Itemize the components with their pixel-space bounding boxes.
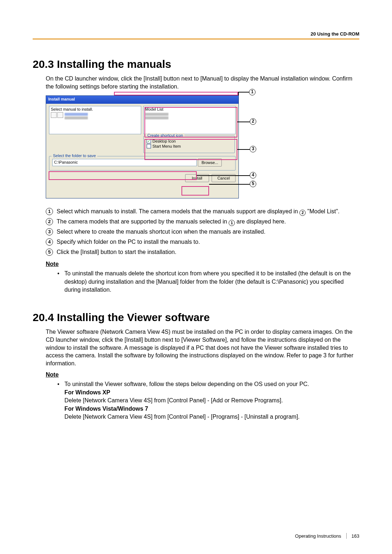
select-manual-label: Select manual to install. xyxy=(51,107,93,111)
note-text: To uninstall the manuals delete the shor… xyxy=(65,270,359,294)
manual-thumbnails xyxy=(51,112,63,118)
select-manual-panel[interactable]: Select manual to install. xyxy=(49,106,141,134)
section-20-3-intro: On the CD launcher window, click the [In… xyxy=(46,75,359,90)
numbered-steps: 1 Select which manuals to install. The c… xyxy=(46,207,359,257)
windows-xp-text: Delete [Network Camera View 4S] from [Co… xyxy=(65,397,283,403)
desktop-icon-label: Desktop Icon xyxy=(152,139,176,143)
windows-vista-text: Delete [Network Camera View 4S] from [Co… xyxy=(65,414,300,420)
windows-xp-heading: For Windows XP xyxy=(65,389,110,395)
note-heading: Note xyxy=(46,261,359,267)
bullet-dot: • xyxy=(57,270,60,294)
page-header-breadcrumb: 20 Using the CD-ROM xyxy=(311,31,359,37)
model-list-label: Model List xyxy=(145,107,163,111)
callout-label-2: 2 xyxy=(250,118,256,125)
header-divider xyxy=(33,38,359,40)
step-text: are displayed here. xyxy=(235,218,286,225)
step-number: 4 xyxy=(46,238,53,246)
callout-label-3: 3 xyxy=(250,146,256,152)
select-folder-group: Select the folder to save C:\Panasonic B… xyxy=(49,156,236,171)
section-20-3-title: 20.3 Installing the manuals xyxy=(33,58,359,70)
step-text: Select where to create the manuals short… xyxy=(57,227,265,236)
step-4: 4 Specify which folder on the PC to inst… xyxy=(46,238,359,246)
step-number: 2 xyxy=(46,218,53,225)
step-5: 5 Click the [Install] button to start th… xyxy=(46,248,359,257)
callout-label-1: 1 xyxy=(249,89,256,95)
start-menu-checkbox[interactable] xyxy=(147,144,151,148)
install-manual-window: Install manual Select manual to install.… xyxy=(46,95,239,198)
step-3: 3 Select where to create the manuals sho… xyxy=(46,227,359,236)
step-1: 1 Select which manuals to install. The c… xyxy=(46,207,359,216)
inline-ref-2: 2 xyxy=(299,210,306,216)
step-number: 5 xyxy=(46,249,53,256)
browse-button[interactable]: Browse... xyxy=(198,159,222,167)
model-list-panel: Model List xyxy=(143,106,236,134)
note-bullet: • To uninstall the Viewer software, foll… xyxy=(57,380,359,421)
create-shortcut-group: Create shortcut icon ✓ Desktop Icon Star… xyxy=(143,136,235,153)
inline-ref-1: 1 xyxy=(229,220,235,226)
callout-line xyxy=(197,175,250,176)
bullet-dot: • xyxy=(57,380,60,421)
section-20-4-intro: The Viewer software (Network Camera View… xyxy=(46,328,359,367)
callout-label-4: 4 xyxy=(250,172,256,178)
callout-line xyxy=(209,184,250,185)
step-number: 1 xyxy=(46,208,53,215)
start-menu-label: Start Menu Item xyxy=(152,144,181,148)
step-text: The camera models that are supported by … xyxy=(57,218,229,225)
note-heading: Note xyxy=(46,372,359,378)
callout-label-5: 5 xyxy=(250,181,256,187)
step-text: Click the [Install] button to start the … xyxy=(57,248,176,257)
folder-path-input[interactable]: C:\Panasonic xyxy=(52,159,197,166)
callout-line xyxy=(237,149,250,150)
windows-vista-heading: For Windows Vista/Windows 7 xyxy=(65,406,148,412)
create-shortcut-legend: Create shortcut icon xyxy=(146,133,184,138)
install-manual-figure: Install manual Select manual to install.… xyxy=(46,95,278,201)
footer-separator xyxy=(346,533,347,539)
page-footer: Operating Instructions 163 xyxy=(295,533,359,539)
note-bullet: • To uninstall the manuals delete the sh… xyxy=(57,270,359,294)
footer-page-number: 163 xyxy=(351,533,359,539)
step-2: 2 The camera models that are supported b… xyxy=(46,217,359,226)
step-number: 3 xyxy=(46,228,53,235)
select-folder-legend: Select the folder to save xyxy=(52,153,97,158)
desktop-icon-checkbox[interactable]: ✓ xyxy=(147,139,151,143)
callout-line xyxy=(237,122,250,122)
callout-box-1 xyxy=(114,92,238,95)
step-text: "Model List". xyxy=(306,208,339,214)
step-text: Select which manuals to install. The cam… xyxy=(57,208,299,214)
callout-line xyxy=(238,92,249,93)
section-20-4-title: 20.4 Installing the Viewer software xyxy=(33,311,359,324)
step-text: Specify which folder on the PC to instal… xyxy=(57,238,200,246)
note-text: To uninstall the Viewer software, follow… xyxy=(65,380,309,421)
footer-doc-title: Operating Instructions xyxy=(295,533,341,539)
window-titlebar: Install manual xyxy=(46,96,238,104)
